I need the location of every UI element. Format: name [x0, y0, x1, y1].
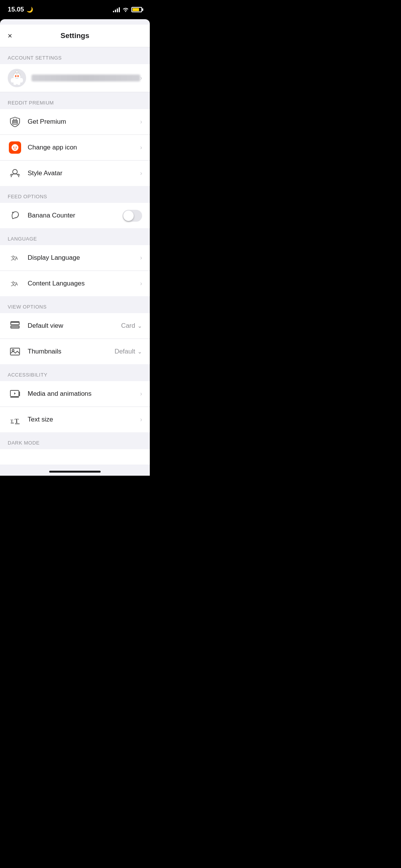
media-icon [8, 387, 22, 401]
status-time: 15.05 [8, 6, 24, 13]
signal-icon [113, 7, 120, 12]
change-app-icon-label: Change app icon [28, 144, 140, 151]
media-animations-label: Media and animations [28, 390, 140, 398]
section-header-account: ACCOUNT SETTINGS [0, 47, 150, 64]
svg-rect-29 [10, 348, 20, 355]
svg-point-10 [17, 83, 20, 85]
snoo-avatar [8, 70, 25, 86]
language-section: 文 A Display Language › 文 A Content Langu… [0, 245, 150, 296]
section-header-view: VIEW OPTIONS [0, 296, 150, 313]
media-animations-arrow: › [140, 390, 142, 397]
content-languages-arrow: › [140, 280, 142, 287]
svg-text:A: A [15, 282, 18, 286]
section-header-feed: FEED OPTIONS [0, 186, 150, 203]
bottom-bar [0, 465, 150, 476]
status-icons [113, 7, 142, 13]
display-language-label: Display Language [28, 254, 140, 262]
section-header-accessibility: ACCESSIBILITY [0, 364, 150, 381]
text-size-arrow: › [140, 416, 142, 423]
content-languages-row[interactable]: 文 A Content Languages › [0, 271, 150, 296]
text-size-row[interactable]: T T Text size › [0, 407, 150, 432]
list-icon [8, 319, 22, 333]
thumbnails-row[interactable]: Thumbnails Default ⌄ [0, 339, 150, 364]
banana-icon [8, 208, 22, 223]
accessibility-section: Media and animations › T T Text size › [0, 381, 150, 432]
get-premium-row[interactable]: Get Premium › [0, 109, 150, 135]
avatar [8, 69, 26, 87]
wifi-icon [122, 7, 129, 13]
username-text [31, 75, 140, 81]
svg-point-16 [12, 144, 18, 151]
home-indicator [49, 471, 101, 473]
get-premium-label: Get Premium [28, 118, 140, 126]
account-arrow: › [140, 75, 142, 81]
style-avatar-row[interactable]: Style Avatar › [0, 161, 150, 186]
banana-counter-toggle[interactable] [123, 210, 142, 222]
svg-text:A: A [15, 256, 18, 261]
section-header-language: LANGUAGE [0, 228, 150, 245]
account-row[interactable]: › [0, 64, 150, 92]
default-view-chevron: ⌄ [138, 323, 142, 329]
toggle-knob [123, 211, 134, 221]
text-size-icon: T T [8, 412, 22, 427]
svg-point-17 [13, 147, 15, 148]
banana-counter-label: Banana Counter [28, 212, 123, 219]
section-label-feed: FEED OPTIONS [8, 194, 47, 199]
top-bar-partial [0, 19, 150, 25]
style-avatar-label: Style Avatar [28, 169, 140, 177]
banana-counter-row[interactable]: Banana Counter [0, 203, 150, 228]
avatar-style-icon [8, 166, 22, 181]
darkmode-section [0, 449, 150, 465]
section-label-darkmode: DARK MODE [8, 440, 40, 446]
battery-icon [131, 7, 142, 12]
svg-rect-11 [13, 120, 17, 124]
content-languages-label: Content Languages [28, 280, 140, 287]
settings-container: × Settings ACCOUNT SETTINGS [0, 25, 150, 465]
thumbnails-chevron: ⌄ [138, 349, 142, 355]
change-app-icon-row[interactable]: Change app icon › [0, 135, 150, 161]
svg-marker-32 [14, 392, 16, 395]
thumbnails-value: Default [114, 348, 135, 355]
svg-point-9 [13, 83, 17, 85]
app-icon-icon [8, 140, 22, 155]
svg-rect-24 [11, 322, 19, 325]
account-section: › [0, 64, 150, 92]
translate2-icon: 文 A [8, 276, 22, 291]
shield-icon [8, 115, 22, 129]
svg-point-8 [20, 78, 23, 83]
get-premium-arrow: › [140, 118, 142, 125]
default-view-row[interactable]: Default view Card ⌄ [0, 313, 150, 339]
default-view-value: Card [121, 322, 135, 330]
svg-point-6 [17, 75, 19, 77]
translate-icon: 文 A [8, 251, 22, 265]
section-label-premium: REDDIT PREMIUM [8, 100, 54, 106]
premium-section: Get Premium › Change app icon › [0, 109, 150, 186]
close-button[interactable]: × [8, 32, 12, 40]
change-app-icon-arrow: › [140, 144, 142, 151]
section-label-accessibility: ACCESSIBILITY [8, 372, 47, 378]
image-icon [8, 344, 22, 359]
text-size-label: Text size [28, 416, 140, 423]
settings-header: × Settings [0, 25, 150, 47]
svg-point-18 [16, 147, 17, 148]
svg-point-7 [11, 78, 14, 83]
view-section: Default view Card ⌄ Thumbnails Default ⌄ [0, 313, 150, 364]
svg-text:T: T [10, 418, 13, 423]
section-header-premium: REDDIT PREMIUM [0, 92, 150, 109]
section-label-language: LANGUAGE [8, 236, 37, 242]
thumbnails-label: Thumbnails [28, 348, 114, 355]
display-language-row[interactable]: 文 A Display Language › [0, 245, 150, 271]
feed-section: Banana Counter [0, 203, 150, 228]
section-label-account: ACCOUNT SETTINGS [8, 55, 62, 61]
svg-text:T: T [15, 418, 19, 424]
moon-icon: 🌙 [27, 7, 33, 13]
section-label-view: VIEW OPTIONS [8, 304, 46, 310]
status-bar: 15.05 🌙 [0, 0, 150, 19]
svg-point-5 [15, 75, 17, 77]
display-language-arrow: › [140, 254, 142, 261]
section-header-darkmode: DARK MODE [0, 432, 150, 449]
style-avatar-arrow: › [140, 170, 142, 177]
media-animations-row[interactable]: Media and animations › [0, 381, 150, 407]
default-view-label: Default view [28, 322, 121, 330]
settings-title: Settings [61, 32, 89, 40]
